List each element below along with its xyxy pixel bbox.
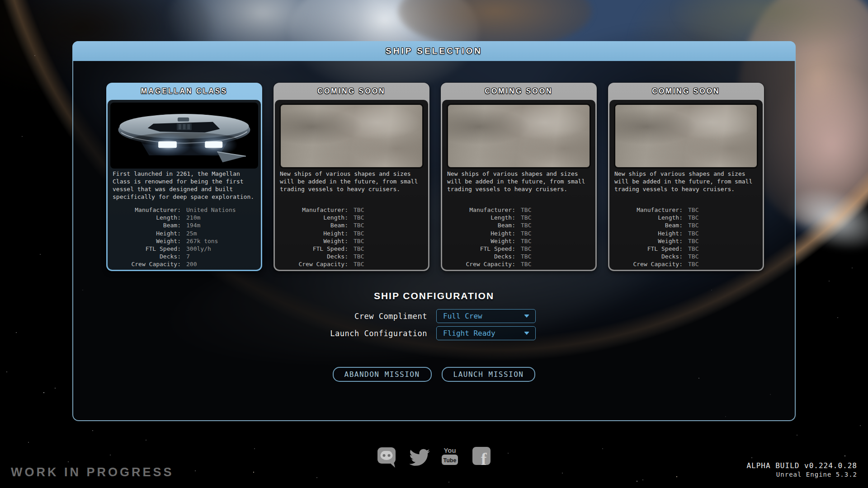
- build-version: ALPHA BUILD v0.224.0.28 Unreal Engine 5.…: [746, 461, 857, 479]
- stat-row: Beam: TBC: [281, 221, 422, 229]
- stat-value: TBC: [354, 245, 364, 253]
- ship-card-coming-soon-2[interactable]: COMING SOON New ships of various shapes …: [441, 83, 597, 271]
- stat-label: FTL Speed:: [114, 245, 181, 253]
- panel-header: SHIP SELECTION: [72, 41, 796, 61]
- launch-mission-button[interactable]: LAUNCH MISSION: [442, 367, 536, 382]
- stat-row: Height: TBC: [448, 230, 589, 237]
- twitter-icon[interactable]: [408, 445, 429, 469]
- stat-row: Decks: TBC: [448, 253, 589, 260]
- stat-row: Beam: 194m: [114, 221, 255, 229]
- stat-value: TBC: [354, 260, 364, 268]
- config-row-launch: Launch Configuration Flight Ready: [73, 326, 795, 340]
- stat-label: Decks:: [114, 253, 181, 260]
- ship-card-magellan[interactable]: MAGELLAN CLASS: [106, 83, 262, 271]
- crew-compliment-label: Crew Compliment: [73, 312, 427, 321]
- dropdown-selected-value: Flight Ready: [437, 329, 524, 338]
- svg-text:f: f: [481, 450, 487, 469]
- page-title: SHIP SELECTION: [386, 46, 482, 56]
- stat-label: Height:: [448, 230, 515, 237]
- stat-row: Weight: 267k tons: [114, 237, 255, 245]
- stat-value: TBC: [354, 206, 364, 214]
- stat-row: Height: TBC: [616, 230, 756, 237]
- stat-row: Manufacturer: TBC: [616, 206, 756, 214]
- stat-value: TBC: [688, 245, 698, 253]
- ship-description: New ships of various shapes and sizes wi…: [614, 170, 758, 202]
- stat-value: TBC: [354, 214, 364, 221]
- stat-value: United Nations: [186, 206, 236, 214]
- stat-label: Length:: [448, 214, 515, 221]
- ship-card-body: New ships of various shapes and sizes wi…: [609, 100, 763, 270]
- stars: [0, 0, 1, 1]
- stat-value: TBC: [688, 206, 698, 214]
- ship-card-title: COMING SOON: [441, 83, 597, 100]
- magellan-ship-illustration: [110, 103, 258, 169]
- ship-card-coming-soon-1[interactable]: COMING SOON New ships of various shapes …: [274, 83, 429, 271]
- stat-row: Height: 25m: [114, 230, 255, 237]
- stat-label: FTL Speed:: [281, 245, 348, 253]
- stat-value: TBC: [354, 221, 364, 229]
- stat-label: Beam:: [114, 221, 181, 229]
- ship-description: New ships of various shapes and sizes wi…: [280, 170, 423, 202]
- crew-compliment-dropdown[interactable]: Full Crew: [436, 309, 536, 323]
- ship-stats: Manufacturer: TBC Length: TBC Beam:: [616, 206, 756, 268]
- dropdown-selected-value: Full Crew: [437, 312, 524, 320]
- ship-selection-panel: SHIP SELECTION MAGELLAN CLASS: [72, 41, 796, 421]
- ship-card-title: MAGELLAN CLASS: [106, 83, 262, 100]
- ship-stats: Manufacturer: United Nations Length: 210…: [114, 206, 255, 268]
- stat-row: Manufacturer: TBC: [281, 206, 422, 214]
- stat-value: TBC: [688, 230, 698, 237]
- stat-value: 210m: [186, 214, 200, 221]
- stat-value: TBC: [688, 221, 698, 229]
- launch-configuration-dropdown[interactable]: Flight Ready: [436, 326, 536, 340]
- placeholder-image: [279, 103, 424, 169]
- ship-description: New ships of various shapes and sizes wi…: [447, 170, 590, 202]
- discord-icon[interactable]: [376, 445, 397, 469]
- stat-label: Decks:: [281, 253, 348, 260]
- stat-label: Manufacturer:: [448, 206, 515, 214]
- placeholder-image: [614, 103, 758, 169]
- stat-label: Height:: [281, 230, 348, 237]
- ship-configuration-title: SHIP CONFIGURATION: [73, 291, 795, 301]
- svg-text:You: You: [443, 446, 456, 454]
- stat-row: Beam: TBC: [616, 221, 756, 229]
- stat-value: TBC: [688, 214, 698, 221]
- stat-row: Crew Capacity: 200: [114, 260, 255, 268]
- work-in-progress-watermark: WORK IN PROGRESS: [11, 465, 174, 479]
- ship-card-title: COMING SOON: [608, 83, 764, 100]
- stat-value: TBC: [521, 260, 531, 268]
- abandon-mission-button[interactable]: ABANDON MISSION: [333, 367, 432, 382]
- stat-row: Decks: TBC: [281, 253, 422, 260]
- stat-value: 25m: [186, 230, 197, 237]
- stat-label: Weight:: [616, 237, 683, 245]
- stat-label: Crew Capacity:: [448, 260, 515, 268]
- stat-value: TBC: [354, 230, 364, 237]
- ship-description: First launched in 2261, the Magellan Cla…: [113, 170, 256, 202]
- stat-value: TBC: [521, 214, 531, 221]
- facebook-icon[interactable]: f: [471, 445, 492, 469]
- stat-label: Weight:: [281, 237, 348, 245]
- stat-label: Crew Capacity:: [616, 260, 683, 268]
- stat-value: 300ly/h: [186, 245, 211, 253]
- chevron-down-icon: [524, 314, 529, 318]
- stat-row: Crew Capacity: TBC: [616, 260, 756, 268]
- stat-label: Weight:: [448, 237, 515, 245]
- stat-label: Manufacturer:: [616, 206, 683, 214]
- mission-actions: ABANDON MISSION LAUNCH MISSION: [73, 367, 795, 382]
- ship-stats: Manufacturer: TBC Length: TBC Beam:: [448, 206, 589, 268]
- stat-label: Decks:: [448, 253, 515, 260]
- stat-label: Beam:: [281, 221, 348, 229]
- stat-value: TBC: [688, 260, 698, 268]
- stat-row: Length: TBC: [616, 214, 756, 221]
- game-screen: SHIP SELECTION MAGELLAN CLASS: [0, 0, 868, 488]
- stat-value: TBC: [354, 253, 364, 260]
- stat-row: Weight: TBC: [281, 237, 422, 245]
- stat-label: Height:: [616, 230, 683, 237]
- stat-row: Manufacturer: TBC: [448, 206, 589, 214]
- stat-value: 7: [186, 253, 190, 260]
- ship-card-coming-soon-3[interactable]: COMING SOON New ships of various shapes …: [608, 83, 764, 271]
- ship-card-title: COMING SOON: [274, 83, 429, 100]
- ship-card-body: New ships of various shapes and sizes wi…: [275, 100, 428, 270]
- youtube-icon[interactable]: You Tube: [439, 445, 460, 469]
- stat-row: FTL Speed: 300ly/h: [114, 245, 255, 253]
- stat-row: Crew Capacity: TBC: [448, 260, 589, 268]
